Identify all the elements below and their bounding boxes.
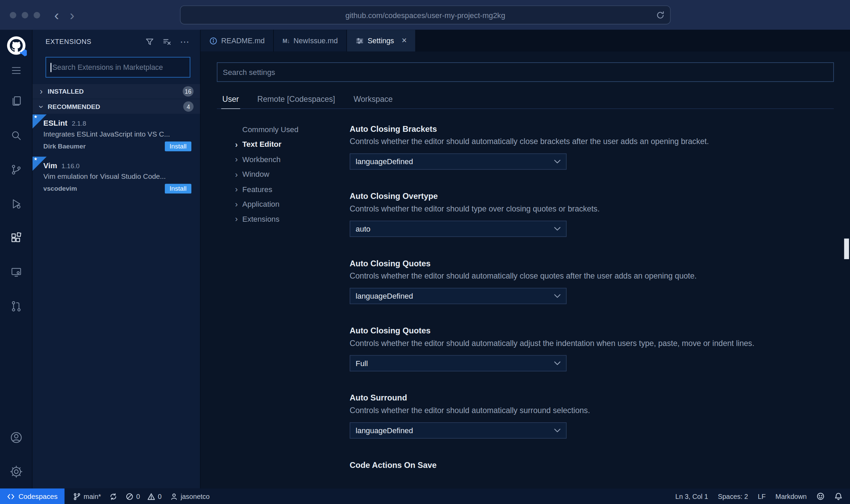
window-controls[interactable] xyxy=(10,12,40,18)
section-label: INSTALLED xyxy=(48,88,183,95)
chevron-right-icon: › xyxy=(231,185,242,193)
sync-button[interactable] xyxy=(110,492,117,500)
chevron-right-icon: › xyxy=(231,140,242,148)
extension-author: vscodevim xyxy=(43,185,164,192)
toc-item-extensions[interactable]: › Extensions xyxy=(231,211,350,226)
settings-toc: Commonly Used › Text Editor › Workbench … xyxy=(217,114,350,488)
status-bar: Codespaces main* 0 0 jasonetco Ln 3 xyxy=(0,488,850,504)
toc-item-application[interactable]: › Application xyxy=(231,196,350,211)
notifications-bell-icon[interactable] xyxy=(834,492,843,501)
toc-item-features[interactable]: › Features xyxy=(231,182,350,196)
eol-status[interactable]: LF xyxy=(758,492,766,500)
scrollbar-thumb[interactable] xyxy=(844,238,849,259)
tab-readme[interactable]: README.md xyxy=(201,30,274,52)
toc-item-text-editor[interactable]: › Text Editor xyxy=(231,137,350,152)
dropdown-value: Full xyxy=(356,359,368,367)
sidebar-item-pull-requests[interactable] xyxy=(0,289,32,323)
toc-item-commonly-used[interactable]: Commonly Used xyxy=(231,122,350,137)
reload-icon[interactable] xyxy=(656,11,664,19)
install-button[interactable]: Install xyxy=(164,184,191,194)
settings-body: Commonly Used › Text Editor › Workbench … xyxy=(217,114,834,488)
url-bar[interactable]: github.com/codespaces/user-my-project-mg… xyxy=(180,5,671,25)
editor-area: README.md M↓ NewIssue.md Settings × Sear… xyxy=(201,30,850,489)
setting-dropdown[interactable]: languageDefined xyxy=(350,288,567,304)
setting-description: Controls whether the editor should type … xyxy=(350,204,834,213)
menu-button[interactable] xyxy=(0,57,32,84)
sidebar-item-source-control[interactable] xyxy=(0,152,32,186)
window-close-button[interactable] xyxy=(10,12,16,18)
setting-description: Controls whether the editor should autom… xyxy=(350,137,834,146)
cursor-position-status[interactable]: Ln 3, Col 1 xyxy=(675,492,708,500)
dropdown-value: languageDefined xyxy=(356,292,413,300)
remote-explorer-icon xyxy=(10,265,22,278)
toc-item-window[interactable]: › Window xyxy=(231,167,350,182)
window-minimize-button[interactable] xyxy=(22,12,28,18)
setting-dropdown[interactable]: languageDefined xyxy=(350,154,567,170)
extension-item-eslint[interactable]: ★ ESLint 2.1.8 Integrates ESLint JavaScr… xyxy=(33,114,200,157)
section-recommended[interactable]: › RECOMMENDED 4 xyxy=(33,99,200,114)
account-icon xyxy=(9,430,23,444)
forward-icon[interactable]: › xyxy=(70,8,75,22)
branch-status[interactable]: main* xyxy=(73,492,101,500)
chevron-right-icon: › xyxy=(37,87,45,96)
problems-status[interactable]: 0 0 xyxy=(126,492,162,500)
sidebar-item-search[interactable] xyxy=(0,118,32,152)
extension-item-vim[interactable]: ★ Vim 1.16.0 Vim emulation for Visual St… xyxy=(33,157,200,199)
tab-label: Settings xyxy=(367,36,394,45)
extensions-sidebar: EXTENSIONS ⋯ Search Extensions in Market… xyxy=(33,30,201,489)
sync-icon xyxy=(110,492,117,500)
setting-auto-closing-quotes: Auto Closing Quotes Controls whether the… xyxy=(350,258,834,304)
editor-tab-bar: README.md M↓ NewIssue.md Settings × xyxy=(201,30,850,52)
sidebar-item-extensions[interactable] xyxy=(0,221,32,255)
scope-tab-remote[interactable]: Remote [Codespaces] xyxy=(256,91,336,109)
more-actions-icon[interactable]: ⋯ xyxy=(180,37,189,46)
sidebar-item-explorer[interactable] xyxy=(0,84,32,118)
manage-button[interactable] xyxy=(0,454,32,488)
window-maximize-button[interactable] xyxy=(34,12,40,18)
clear-search-icon[interactable] xyxy=(163,37,171,46)
setting-dropdown[interactable]: Full xyxy=(350,355,567,372)
chevron-right-icon: › xyxy=(231,155,242,163)
setting-dropdown[interactable]: languageDefined xyxy=(350,422,567,439)
browser-window: ‹ › github.com/codespaces/user-my-projec… xyxy=(0,0,850,504)
source-control-icon xyxy=(10,163,22,176)
indentation-status[interactable]: Spaces: 2 xyxy=(718,492,748,500)
debug-icon xyxy=(10,197,22,210)
extension-description: Vim emulation for Visual Studio Code... xyxy=(43,172,191,180)
search-icon xyxy=(10,129,22,142)
info-icon xyxy=(209,36,218,45)
viewport: ‹ › github.com/codespaces/user-my-projec… xyxy=(0,0,850,504)
chevron-down-icon xyxy=(554,294,561,298)
pull-request-icon xyxy=(10,300,22,313)
setting-title: Auto Closing Overtype xyxy=(350,191,834,201)
sidebar-item-remote-explorer[interactable] xyxy=(0,255,32,289)
filter-icon[interactable] xyxy=(145,37,154,46)
codespaces-status-button[interactable]: Codespaces xyxy=(0,488,65,504)
setting-dropdown[interactable]: auto xyxy=(350,221,567,237)
browser-chrome: ‹ › github.com/codespaces/user-my-projec… xyxy=(0,0,850,30)
scope-tab-user[interactable]: User xyxy=(221,91,240,109)
tab-settings[interactable]: Settings × xyxy=(347,30,416,52)
install-button[interactable]: Install xyxy=(164,142,191,152)
section-installed[interactable]: › INSTALLED 16 xyxy=(33,84,200,99)
codespaces-logo[interactable] xyxy=(0,30,32,57)
language-status[interactable]: Markdown xyxy=(775,492,807,500)
setting-title: Code Actions On Save xyxy=(350,460,834,470)
extensions-search-input[interactable]: Search Extensions in Marketplace xyxy=(46,57,190,77)
count-badge: 4 xyxy=(183,101,193,112)
close-icon[interactable]: × xyxy=(402,36,407,45)
extension-version: 1.16.0 xyxy=(62,162,80,170)
back-icon[interactable]: ‹ xyxy=(54,8,59,22)
account-button[interactable] xyxy=(0,420,32,454)
tab-newissue[interactable]: M↓ NewIssue.md xyxy=(274,30,347,52)
scope-tab-workspace[interactable]: Workspace xyxy=(352,91,394,109)
chevron-down-icon xyxy=(554,428,561,433)
settings-search-input[interactable]: Search settings xyxy=(217,62,834,82)
chevron-down-icon xyxy=(554,226,561,231)
toc-item-workbench[interactable]: › Workbench xyxy=(231,152,350,167)
feedback-icon[interactable] xyxy=(817,492,825,501)
setting-auto-closing-overtype: Auto Closing Overtype Controls whether t… xyxy=(350,191,834,237)
extension-name: ESLint xyxy=(43,119,67,127)
sidebar-item-run-debug[interactable] xyxy=(0,187,32,221)
user-status[interactable]: jasonetco xyxy=(170,492,209,500)
